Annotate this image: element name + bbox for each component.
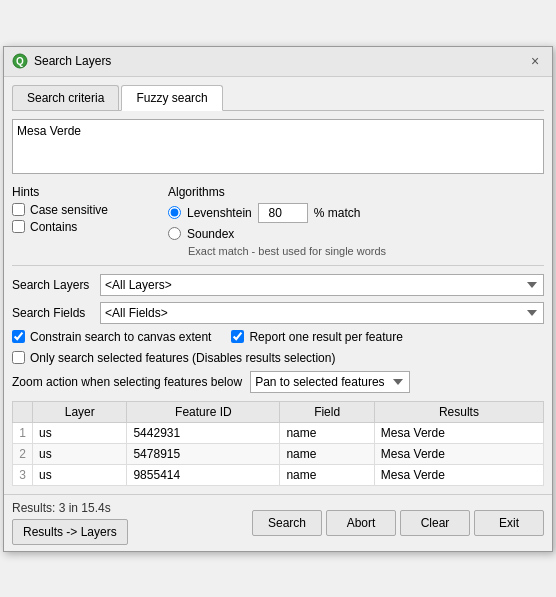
content-area: Search criteria Fuzzy search Mesa Verde …: [4, 77, 552, 494]
cell-feature-id: 5478915: [127, 443, 280, 464]
cell-layer: us: [33, 422, 127, 443]
table-row[interactable]: 3 us 9855414 name Mesa Verde: [13, 464, 544, 485]
clear-button[interactable]: Clear: [400, 510, 470, 536]
fuzzy-search-input[interactable]: Mesa Verde: [12, 119, 544, 174]
cell-layer: us: [33, 464, 127, 485]
search-layers-label: Search Layers: [12, 278, 92, 292]
soundex-radio[interactable]: [168, 227, 181, 240]
search-layers-select[interactable]: <All Layers>: [100, 274, 544, 296]
hints-section: Hints Case sensitive Contains: [12, 185, 152, 257]
title-bar: Q Search Layers ×: [4, 47, 552, 77]
cell-layer: us: [33, 443, 127, 464]
row-num: 3: [13, 464, 33, 485]
search-fields-label: Search Fields: [12, 306, 92, 320]
search-button[interactable]: Search: [252, 510, 322, 536]
col-header-field: Field: [280, 401, 374, 422]
contains-checkbox[interactable]: [12, 220, 25, 233]
algorithms-label: Algorithms: [168, 185, 544, 199]
cell-results: Mesa Verde: [374, 443, 543, 464]
only-selected-row: Only search selected features (Disables …: [12, 351, 544, 365]
cell-feature-id: 5442931: [127, 422, 280, 443]
contains-row: Contains: [12, 220, 152, 234]
match-value-input[interactable]: [258, 203, 308, 223]
soundex-label: Soundex: [187, 227, 234, 241]
row-num: 1: [13, 422, 33, 443]
constrain-label: Constrain search to canvas extent: [30, 330, 211, 344]
row-num: 2: [13, 443, 33, 464]
divider-1: [12, 265, 544, 266]
cell-field: name: [280, 422, 374, 443]
case-sensitive-checkbox[interactable]: [12, 203, 25, 216]
zoom-action-row: Zoom action when selecting features belo…: [12, 371, 544, 393]
tab-fuzzy-search[interactable]: Fuzzy search: [121, 85, 222, 111]
algorithms-section: Algorithms Levenshtein % match Soundex E…: [168, 185, 544, 257]
tab-search-criteria[interactable]: Search criteria: [12, 85, 119, 110]
cell-results: Mesa Verde: [374, 464, 543, 485]
checkbox-options: Constrain search to canvas extent Report…: [12, 330, 544, 347]
hints-algorithms-section: Hints Case sensitive Contains Algorithms…: [12, 185, 544, 257]
window-title: Search Layers: [34, 54, 111, 68]
soundex-row: Soundex: [168, 227, 544, 241]
col-header-num: [13, 401, 33, 422]
close-button[interactable]: ×: [526, 52, 544, 70]
levenshtein-label: Levenshtein: [187, 206, 252, 220]
title-bar-left: Q Search Layers: [12, 53, 111, 69]
bottom-buttons: Search Abort Clear Exit: [252, 510, 544, 536]
zoom-action-select[interactable]: Pan to selected features: [250, 371, 410, 393]
levenshtein-row: Levenshtein % match: [168, 203, 544, 223]
case-sensitive-row: Case sensitive: [12, 203, 152, 217]
search-fields-select[interactable]: <All Fields>: [100, 302, 544, 324]
col-header-feature-id: Feature ID: [127, 401, 280, 422]
cell-feature-id: 9855414: [127, 464, 280, 485]
status-text: Results: 3 in 15.4s: [12, 501, 128, 515]
only-selected-checkbox[interactable]: [12, 351, 25, 364]
report-label: Report one result per feature: [249, 330, 402, 344]
svg-text:Q: Q: [16, 56, 24, 67]
app-icon: Q: [12, 53, 28, 69]
col-header-results: Results: [374, 401, 543, 422]
constrain-row: Constrain search to canvas extent: [12, 330, 211, 344]
contains-label: Contains: [30, 220, 77, 234]
results-table: Layer Feature ID Field Results 1 us 5442…: [12, 401, 544, 486]
results-layers-button[interactable]: Results -> Layers: [12, 519, 128, 545]
table-row[interactable]: 2 us 5478915 name Mesa Verde: [13, 443, 544, 464]
case-sensitive-label: Case sensitive: [30, 203, 108, 217]
hints-label: Hints: [12, 185, 152, 199]
zoom-action-label: Zoom action when selecting features belo…: [12, 375, 242, 389]
constrain-checkbox[interactable]: [12, 330, 25, 343]
main-window: Q Search Layers × Search criteria Fuzzy …: [3, 46, 553, 552]
cell-results: Mesa Verde: [374, 422, 543, 443]
levenshtein-radio[interactable]: [168, 206, 181, 219]
table-row[interactable]: 1 us 5442931 name Mesa Verde: [13, 422, 544, 443]
only-selected-label: Only search selected features (Disables …: [30, 351, 335, 365]
bottom-bar: Results: 3 in 15.4s Results -> Layers Se…: [4, 494, 552, 551]
cell-field: name: [280, 464, 374, 485]
cell-field: name: [280, 443, 374, 464]
algo-hint-text: Exact match - best used for single words: [188, 245, 544, 257]
col-header-layer: Layer: [33, 401, 127, 422]
tab-bar: Search criteria Fuzzy search: [12, 85, 544, 111]
report-checkbox[interactable]: [231, 330, 244, 343]
abort-button[interactable]: Abort: [326, 510, 396, 536]
match-suffix: % match: [314, 206, 361, 220]
search-fields-row: Search Fields <All Fields>: [12, 302, 544, 324]
bottom-left: Results: 3 in 15.4s Results -> Layers: [12, 501, 128, 545]
report-row: Report one result per feature: [231, 330, 402, 344]
search-layers-row: Search Layers <All Layers>: [12, 274, 544, 296]
exit-button[interactable]: Exit: [474, 510, 544, 536]
